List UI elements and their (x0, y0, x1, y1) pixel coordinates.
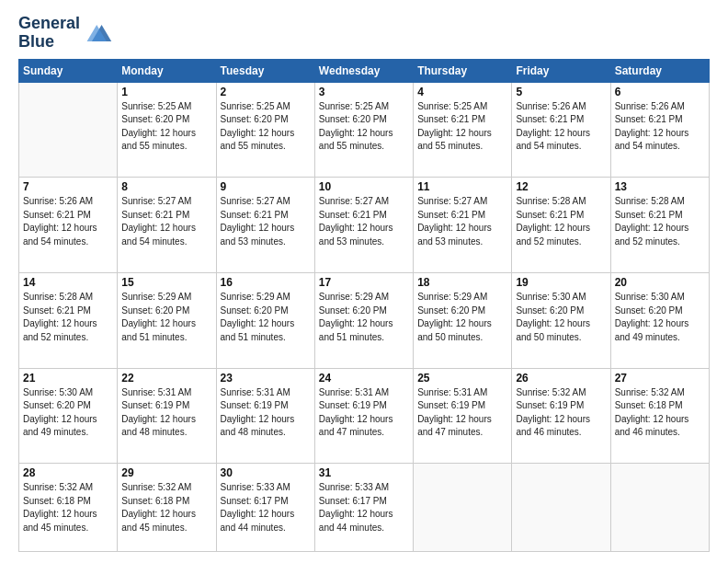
daylight-text: Daylight: 12 hours (221, 128, 295, 138)
calendar-cell: 27Sunrise: 5:32 AMSunset: 6:18 PMDayligh… (610, 368, 709, 464)
sunset-text: Sunset: 6:17 PM (319, 496, 387, 506)
sunrise-text: Sunrise: 5:30 AM (23, 387, 93, 397)
daylight-text-cont: and 48 minutes. (221, 427, 286, 437)
day-number: 28 (23, 466, 113, 479)
calendar-cell (414, 464, 512, 552)
day-number: 4 (417, 86, 507, 98)
daylight-text-cont: and 52 minutes. (516, 236, 581, 247)
daylight-text-cont: and 53 minutes. (417, 236, 483, 247)
sunset-text: Sunset: 6:20 PM (121, 114, 189, 124)
daylight-text: Daylight: 12 hours (23, 318, 97, 328)
sunrise-text: Sunrise: 5:30 AM (615, 292, 685, 302)
calendar-cell: 5Sunrise: 5:26 AMSunset: 6:21 PMDaylight… (512, 82, 610, 178)
calendar-cell: 18Sunrise: 5:29 AMSunset: 6:20 PMDayligh… (414, 273, 512, 369)
sunrise-text: Sunrise: 5:32 AM (615, 387, 685, 397)
day-info: Sunrise: 5:29 AMSunset: 6:20 PMDaylight:… (221, 291, 311, 344)
daylight-text-cont: and 47 minutes. (319, 427, 384, 437)
day-number: 9 (221, 180, 311, 193)
calendar-cell: 23Sunrise: 5:31 AMSunset: 6:19 PMDayligh… (216, 368, 314, 464)
daylight-text: Daylight: 12 hours (121, 223, 196, 233)
sunset-text: Sunset: 6:21 PM (417, 114, 485, 124)
calendar-cell: 25Sunrise: 5:31 AMSunset: 6:19 PMDayligh… (414, 368, 512, 464)
weekday-saturday: Saturday (610, 59, 709, 82)
sunrise-text: Sunrise: 5:30 AM (516, 292, 586, 302)
daylight-text-cont: and 53 minutes. (319, 236, 384, 247)
daylight-text-cont: and 49 minutes. (23, 427, 88, 437)
daylight-text-cont: and 49 minutes. (615, 332, 680, 342)
calendar-cell: 17Sunrise: 5:29 AMSunset: 6:20 PMDayligh… (314, 273, 413, 369)
day-info: Sunrise: 5:27 AMSunset: 6:21 PMDaylight:… (417, 195, 507, 248)
sunrise-text: Sunrise: 5:28 AM (516, 196, 586, 206)
day-number: 30 (221, 466, 311, 479)
daylight-text-cont: and 44 minutes. (221, 523, 286, 533)
day-info: Sunrise: 5:26 AMSunset: 6:21 PMDaylight:… (23, 195, 113, 248)
daylight-text-cont: and 45 minutes. (121, 523, 187, 533)
daylight-text: Daylight: 12 hours (121, 414, 196, 424)
daylight-text: Daylight: 12 hours (121, 318, 196, 328)
calendar-cell: 12Sunrise: 5:28 AMSunset: 6:21 PMDayligh… (512, 178, 610, 273)
daylight-text: Daylight: 12 hours (221, 509, 295, 519)
calendar-cell: 9Sunrise: 5:27 AMSunset: 6:21 PMDaylight… (216, 178, 314, 273)
daylight-text: Daylight: 12 hours (121, 128, 196, 138)
day-info: Sunrise: 5:31 AMSunset: 6:19 PMDaylight:… (121, 386, 211, 440)
logo-icon (84, 18, 113, 48)
calendar-cell: 14Sunrise: 5:28 AMSunset: 6:21 PMDayligh… (19, 273, 118, 369)
weekday-friday: Friday (512, 59, 610, 82)
day-number: 24 (319, 372, 409, 385)
day-info: Sunrise: 5:33 AMSunset: 6:17 PMDaylight:… (319, 481, 409, 534)
day-number: 3 (319, 86, 409, 98)
day-number: 19 (516, 276, 606, 289)
daylight-text: Daylight: 12 hours (615, 318, 689, 328)
daylight-text: Daylight: 12 hours (615, 128, 689, 138)
daylight-text: Daylight: 12 hours (221, 223, 295, 233)
day-number: 27 (615, 372, 705, 385)
day-info: Sunrise: 5:28 AMSunset: 6:21 PMDaylight:… (23, 291, 113, 344)
day-info: Sunrise: 5:29 AMSunset: 6:20 PMDaylight:… (417, 291, 507, 344)
sunset-text: Sunset: 6:21 PM (23, 210, 91, 220)
day-number: 1 (121, 86, 211, 98)
day-info: Sunrise: 5:27 AMSunset: 6:21 PMDaylight:… (221, 195, 311, 248)
sunset-text: Sunset: 6:17 PM (221, 496, 289, 506)
sunrise-text: Sunrise: 5:27 AM (319, 196, 389, 206)
sunrise-text: Sunrise: 5:27 AM (121, 196, 191, 206)
calendar-cell: 6Sunrise: 5:26 AMSunset: 6:21 PMDaylight… (610, 82, 709, 178)
daylight-text-cont: and 45 minutes. (23, 523, 88, 533)
daylight-text-cont: and 50 minutes. (516, 332, 581, 342)
daylight-text: Daylight: 12 hours (417, 318, 492, 328)
weekday-tuesday: Tuesday (216, 59, 314, 82)
sunrise-text: Sunrise: 5:26 AM (23, 196, 93, 206)
day-info: Sunrise: 5:30 AMSunset: 6:20 PMDaylight:… (516, 291, 606, 344)
week-row-2: 7Sunrise: 5:26 AMSunset: 6:21 PMDaylight… (19, 178, 710, 273)
sunrise-text: Sunrise: 5:28 AM (23, 292, 93, 302)
day-number: 21 (23, 372, 113, 385)
sunset-text: Sunset: 6:20 PM (23, 400, 91, 410)
calendar-cell: 28Sunrise: 5:32 AMSunset: 6:18 PMDayligh… (19, 464, 118, 552)
day-info: Sunrise: 5:27 AMSunset: 6:21 PMDaylight:… (121, 195, 211, 248)
weekday-thursday: Thursday (414, 59, 512, 82)
sunset-text: Sunset: 6:18 PM (23, 496, 91, 506)
daylight-text: Daylight: 12 hours (319, 128, 393, 138)
weekday-sunday: Sunday (19, 59, 118, 82)
day-info: Sunrise: 5:30 AMSunset: 6:20 PMDaylight:… (23, 386, 113, 440)
daylight-text: Daylight: 12 hours (319, 414, 393, 424)
daylight-text: Daylight: 12 hours (121, 509, 196, 519)
daylight-text-cont: and 55 minutes. (121, 141, 187, 151)
calendar-cell (19, 82, 118, 178)
sunrise-text: Sunrise: 5:33 AM (319, 482, 389, 492)
day-info: Sunrise: 5:25 AMSunset: 6:20 PMDaylight:… (221, 100, 311, 154)
day-number: 6 (615, 86, 705, 98)
sunset-text: Sunset: 6:21 PM (23, 305, 91, 316)
sunrise-text: Sunrise: 5:31 AM (121, 387, 191, 397)
daylight-text: Daylight: 12 hours (319, 223, 393, 233)
day-info: Sunrise: 5:25 AMSunset: 6:21 PMDaylight:… (417, 100, 507, 154)
daylight-text: Daylight: 12 hours (417, 128, 492, 138)
calendar-cell: 8Sunrise: 5:27 AMSunset: 6:21 PMDaylight… (118, 178, 216, 273)
day-number: 20 (615, 276, 705, 289)
calendar-cell: 20Sunrise: 5:30 AMSunset: 6:20 PMDayligh… (610, 273, 709, 369)
daylight-text: Daylight: 12 hours (615, 414, 689, 424)
day-number: 10 (319, 180, 409, 193)
sunset-text: Sunset: 6:20 PM (319, 305, 387, 316)
daylight-text: Daylight: 12 hours (23, 414, 97, 424)
sunset-text: Sunset: 6:21 PM (121, 210, 189, 220)
day-number: 15 (121, 276, 211, 289)
